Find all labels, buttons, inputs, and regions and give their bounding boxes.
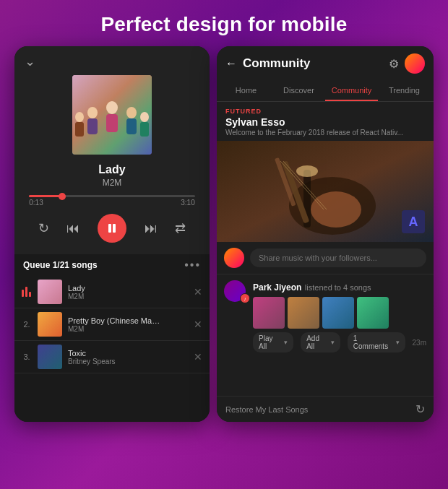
queue-item-remove-button[interactable]: ✕ xyxy=(194,319,202,330)
share-music-input[interactable] xyxy=(250,248,426,267)
play-all-chevron: ▾ xyxy=(284,339,288,346)
activity-music-badge: ♪ xyxy=(240,293,250,303)
chevron-down-icon[interactable]: ⌄ xyxy=(25,53,35,69)
song-artist: M2M xyxy=(103,178,122,188)
svg-point-1 xyxy=(106,101,118,114)
music-note-icon: ♪ xyxy=(244,296,246,301)
song-thumbnail[interactable] xyxy=(357,297,389,329)
queue-item[interactable]: Lady M2M ✕ xyxy=(14,276,210,308)
eq-bar-2 xyxy=(25,287,27,297)
restore-text: Restore My Last Songs xyxy=(225,405,308,414)
phones-container: ⌄ xyxy=(1,46,447,422)
activity-actions: Play All ▾ Add All ▾ 1 Comments ▾ 23m xyxy=(253,332,426,352)
activity-avatar-wrap: ♪ xyxy=(224,280,247,302)
svg-rect-12 xyxy=(113,224,116,233)
pause-button[interactable] xyxy=(98,214,126,243)
queue-item-artist: M2M xyxy=(68,325,188,333)
progress-track xyxy=(29,195,195,197)
right-phone-header: ← Community ⚙ xyxy=(217,46,434,81)
activity-user-name: Park Jiyeon xyxy=(253,282,301,293)
share-row xyxy=(217,242,434,274)
right-phone: ← Community ⚙ Home Discover Community Tr… xyxy=(217,46,434,422)
album-art xyxy=(72,75,152,155)
time-row: 0:13 3:10 xyxy=(29,199,195,207)
comments-button[interactable]: 1 Comments ▾ xyxy=(348,332,405,352)
queue-item-info: Toxic Britney Spears xyxy=(68,349,188,365)
refresh-button[interactable]: ↻ xyxy=(415,402,425,416)
queue-item[interactable]: 3. Toxic Britney Spears ✕ xyxy=(14,341,210,373)
svg-rect-2 xyxy=(106,114,118,132)
song-thumbnail[interactable] xyxy=(288,297,319,329)
queue-list: Lady M2M ✕ 2. Pretty Boy (Chinese Mandar… xyxy=(14,276,210,422)
add-all-button[interactable]: Add All ▾ xyxy=(301,332,340,352)
activity-row: ♪ Park Jiyeon listened to 4 songs Play A… xyxy=(217,274,434,358)
time-current: 0:13 xyxy=(29,199,43,207)
queue-item-num: 3. xyxy=(22,352,32,361)
progress-bar[interactable] xyxy=(29,195,195,197)
queue-item-num: 2. xyxy=(22,320,32,329)
play-all-button[interactable]: Play All ▾ xyxy=(253,332,293,352)
back-button[interactable]: ← xyxy=(225,57,237,70)
nav-tabs: Home Discover Community Trending xyxy=(217,81,434,102)
shuffle-button[interactable]: ⇄ xyxy=(175,220,186,236)
svg-point-5 xyxy=(126,107,137,118)
song-thumbnail[interactable] xyxy=(253,297,285,329)
featured-description: Welcome to the February 2018 release of … xyxy=(217,128,434,141)
queue-item-remove-button[interactable]: ✕ xyxy=(194,286,202,298)
tab-discover[interactable]: Discover xyxy=(272,81,325,101)
svg-rect-6 xyxy=(126,118,137,134)
queue-options-button[interactable]: ••• xyxy=(184,259,201,272)
activity-thumbnails xyxy=(253,297,426,329)
song-thumbnail[interactable] xyxy=(322,297,354,329)
featured-image-bg: A xyxy=(217,141,434,242)
queue-item-remove-button[interactable]: ✕ xyxy=(194,351,202,363)
eq-bar-3 xyxy=(29,292,31,297)
svg-rect-4 xyxy=(87,118,98,134)
next-button[interactable]: ⏭ xyxy=(145,221,158,236)
queue-header: Queue 1/21 songs ••• xyxy=(14,254,210,276)
equalizer-bars xyxy=(22,287,32,297)
svg-point-9 xyxy=(140,112,149,122)
svg-point-7 xyxy=(75,112,84,122)
featured-label: FUTURED xyxy=(217,102,434,116)
svg-point-3 xyxy=(87,107,98,118)
tab-community[interactable]: Community xyxy=(325,81,378,101)
tab-home[interactable]: Home xyxy=(220,81,272,101)
add-all-label: Add All xyxy=(306,334,329,350)
left-phone: ⌄ xyxy=(14,46,210,422)
queue-item-info: Pretty Boy (Chinese Mandarin Versi... M2… xyxy=(68,316,188,333)
comments-chevron: ▾ xyxy=(396,339,400,346)
pause-icon xyxy=(106,222,118,234)
queue-item-info: Lady M2M xyxy=(68,284,188,300)
user-avatar[interactable] xyxy=(405,53,425,74)
queue-item-thumbnail xyxy=(38,280,62,304)
featured-image-svg xyxy=(217,141,434,242)
queue-title: Queue 1/21 songs xyxy=(23,260,98,270)
svg-rect-8 xyxy=(75,122,84,137)
svg-point-17 xyxy=(311,191,361,228)
prev-button[interactable]: ⏮ xyxy=(66,221,79,236)
repeat-button[interactable]: ↻ xyxy=(38,220,49,236)
featured-title: Sylvan Esso xyxy=(217,116,434,128)
activity-timestamp: 23m xyxy=(413,339,426,347)
queue-item-title: Pretty Boy (Chinese Mandarin Versi... xyxy=(68,316,162,325)
audiotree-badge: A xyxy=(402,210,425,233)
queue-item[interactable]: 2. Pretty Boy (Chinese Mandarin Versi...… xyxy=(14,308,210,341)
queue-item-artist: Britney Spears xyxy=(68,358,188,365)
featured-image: A xyxy=(217,141,434,242)
album-art-inner xyxy=(72,75,152,155)
playback-controls: ↻ ⏮ ⏭ ⇄ xyxy=(29,214,195,243)
album-art-svg xyxy=(72,75,152,155)
activity-content: Park Jiyeon listened to 4 songs Play All… xyxy=(253,280,426,352)
play-all-label: Play All xyxy=(259,334,282,350)
share-user-avatar xyxy=(224,248,244,268)
eq-bar-1 xyxy=(22,290,24,297)
time-total: 3:10 xyxy=(181,199,194,207)
headline: Perfect design for mobile xyxy=(100,13,347,36)
bottom-bar: Restore My Last Songs ↻ xyxy=(217,396,434,422)
settings-icon[interactable]: ⚙ xyxy=(389,57,399,71)
queue-item-title: Lady xyxy=(68,284,162,293)
queue-item-artist: M2M xyxy=(68,293,188,300)
tab-trending[interactable]: Trending xyxy=(378,81,431,101)
svg-rect-11 xyxy=(108,224,111,233)
